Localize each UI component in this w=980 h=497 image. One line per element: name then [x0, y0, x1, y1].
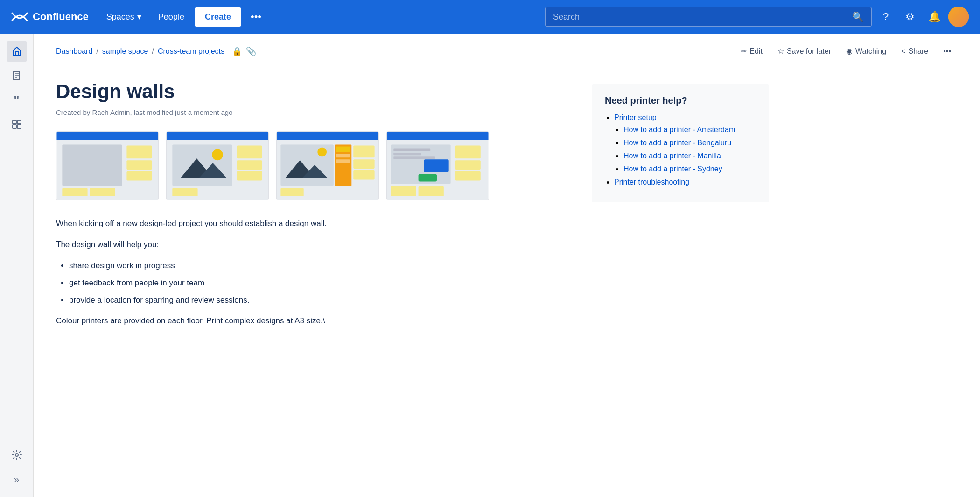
lock-icon[interactable]: 🔒	[232, 46, 242, 57]
sidebar-item-home[interactable]	[7, 41, 27, 62]
sidebar-child-link-item: How to add a printer - Bengaluru	[623, 139, 756, 147]
design-images	[56, 131, 569, 200]
page-sidebar: Need printer help? Printer setup How to …	[592, 80, 769, 335]
create-button[interactable]: Create	[195, 7, 241, 27]
sidebar-child-link-item: How to add a printer - Manilla	[623, 152, 756, 160]
share-button[interactable]: < Share	[895, 43, 935, 59]
sidebar-item-quotes[interactable]: "	[7, 90, 27, 110]
printer-manilla-link[interactable]: How to add a printer - Manilla	[623, 152, 721, 160]
printer-setup-children: How to add a printer - Amsterdam How to …	[614, 126, 756, 173]
bullet-item: get feedback from people in your team	[69, 277, 569, 290]
svg-rect-25	[277, 132, 378, 140]
svg-rect-10	[126, 160, 152, 170]
svg-rect-49	[391, 186, 416, 196]
printer-bengaluru-link[interactable]: How to add a printer - Bengaluru	[623, 139, 731, 147]
svg-rect-37	[280, 188, 303, 196]
bullet-item: provide a location for sparring and revi…	[69, 294, 569, 307]
settings-button[interactable]: ⚙	[900, 7, 920, 27]
link-icon[interactable]: 📎	[246, 46, 256, 57]
sidebar-item-templates[interactable]	[7, 114, 27, 135]
page-title: Design walls	[56, 80, 569, 103]
printer-help-panel: Need printer help? Printer setup How to …	[592, 84, 769, 202]
svg-point-29	[317, 148, 327, 157]
design-image-1	[56, 131, 159, 200]
svg-rect-31	[336, 147, 350, 152]
confluence-logo[interactable]: Confluence	[11, 8, 89, 25]
page-body: When kicking off a new design-led projec…	[56, 217, 569, 328]
printer-sydney-link[interactable]: How to add a printer - Sydney	[623, 165, 722, 173]
watching-button[interactable]: ◉ Watching	[840, 43, 893, 59]
svg-rect-41	[393, 149, 430, 151]
sidebar-item-pages[interactable]	[7, 65, 27, 86]
svg-rect-32	[336, 154, 350, 157]
body-paragraph-1: When kicking off a new design-led projec…	[56, 217, 569, 231]
design-image-4	[386, 131, 489, 200]
svg-rect-11	[126, 171, 152, 181]
svg-point-19	[212, 149, 223, 160]
printer-amsterdam-link[interactable]: How to add a printer - Amsterdam	[623, 126, 735, 134]
edit-button[interactable]: ✏ Edit	[734, 43, 769, 59]
svg-rect-22	[237, 171, 262, 181]
svg-rect-42	[393, 153, 421, 155]
chevron-down-icon: ▾	[137, 12, 141, 22]
svg-rect-4	[17, 125, 21, 128]
design-image-3	[276, 131, 379, 200]
page-content: Design walls Created by Rach Admin, last…	[34, 65, 980, 350]
help-button[interactable]: ?	[875, 7, 896, 27]
notifications-button[interactable]: 🔔	[924, 7, 945, 27]
edit-icon: ✏	[741, 47, 747, 56]
search-bar[interactable]: 🔍	[545, 7, 872, 27]
top-navigation: Confluence Spaces ▾ People Create ••• 🔍 …	[0, 0, 980, 34]
save-for-later-button[interactable]: ☆ Save for later	[771, 43, 838, 59]
svg-rect-34	[353, 146, 374, 158]
sidebar-link-item: Printer troubleshooting	[614, 178, 756, 186]
svg-rect-21	[237, 160, 262, 170]
breadcrumb-dashboard[interactable]: Dashboard	[56, 47, 92, 56]
svg-rect-3	[13, 125, 16, 128]
page-actions: ✏ Edit ☆ Save for later ◉ Watching < Sha…	[734, 43, 958, 59]
spaces-menu[interactable]: Spaces ▾	[100, 8, 148, 26]
svg-rect-13	[90, 188, 115, 196]
svg-rect-45	[419, 174, 437, 182]
page-meta: Created by Rach Admin, last modified jus…	[56, 108, 569, 116]
more-actions-button[interactable]: •••	[937, 43, 958, 59]
body-paragraph-3: Colour printers are provided on each flo…	[56, 314, 569, 328]
svg-rect-47	[455, 160, 480, 170]
svg-rect-44	[424, 159, 448, 172]
breadcrumb-icons: 🔒 📎	[232, 46, 256, 57]
printer-troubleshooting-link[interactable]: Printer troubleshooting	[614, 178, 689, 186]
logo-text: Confluence	[33, 11, 89, 23]
svg-rect-50	[419, 186, 444, 196]
search-input[interactable]	[553, 12, 852, 22]
breadcrumb-bar: Dashboard / sample space / Cross-team pr…	[34, 34, 980, 65]
breadcrumb: Dashboard / sample space / Cross-team pr…	[56, 46, 256, 57]
design-image-2	[166, 131, 269, 200]
more-options-button[interactable]: •••	[245, 7, 267, 27]
people-nav[interactable]: People	[152, 8, 191, 26]
svg-rect-36	[353, 170, 374, 180]
svg-rect-39	[387, 132, 488, 140]
svg-rect-7	[56, 132, 158, 140]
svg-rect-23	[172, 188, 197, 196]
printer-setup-link[interactable]: Printer setup	[614, 114, 657, 121]
sidebar-item-settings[interactable]	[7, 445, 27, 465]
page-main: Design walls Created by Rach Admin, last…	[56, 80, 569, 335]
share-icon: <	[901, 47, 905, 56]
svg-rect-15	[167, 132, 268, 140]
breadcrumb-sample-space[interactable]: sample space	[102, 47, 148, 56]
eye-icon: ◉	[846, 47, 853, 56]
breadcrumb-current[interactable]: Cross-team projects	[158, 47, 224, 56]
svg-rect-2	[17, 120, 21, 124]
svg-rect-48	[455, 171, 480, 181]
sidebar-links: Printer setup How to add a printer - Ams…	[605, 114, 756, 186]
svg-rect-46	[455, 146, 480, 159]
bullet-item: share design work in progress	[69, 259, 569, 273]
search-icon: 🔍	[852, 11, 864, 22]
avatar[interactable]	[948, 7, 969, 27]
svg-rect-1	[13, 120, 16, 124]
sidebar-item-expand[interactable]: »	[7, 469, 27, 490]
app-body: " » Dashboard / sample space	[0, 34, 980, 497]
sidebar-link-item: Printer setup How to add a printer - Ams…	[614, 114, 756, 173]
svg-rect-12	[62, 188, 87, 196]
body-paragraph-2: The design wall will help you:	[56, 238, 569, 252]
